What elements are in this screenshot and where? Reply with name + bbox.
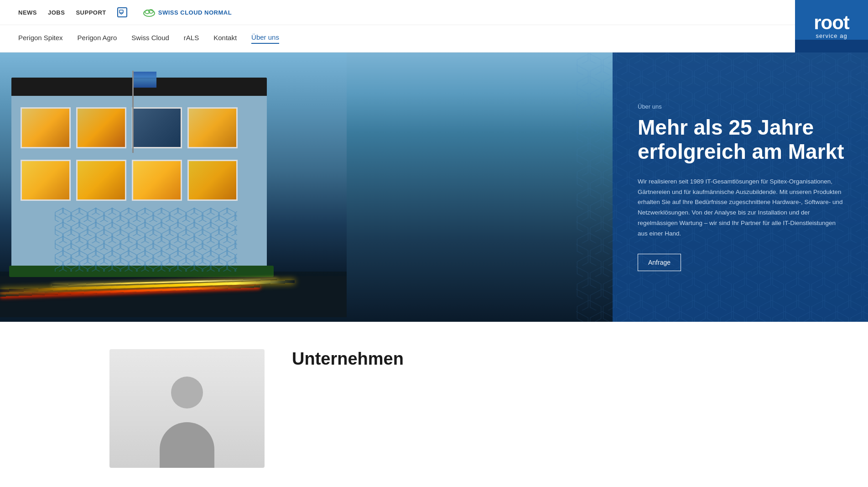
building-scene — [0, 52, 347, 317]
support-link[interactable]: SUPPORT — [76, 9, 106, 16]
person-image — [109, 349, 265, 468]
logo-bottom-strip — [795, 40, 868, 52]
top-bar: NEWS JOBS SUPPORT SWISS CLOUD NORMAL roo… — [0, 0, 868, 25]
news-link[interactable]: NEWS — [18, 9, 37, 16]
nav-perigon-agro[interactable]: Perigon Agro — [78, 34, 117, 43]
unternehmen-content: Unternehmen — [292, 349, 850, 378]
anfrage-button[interactable]: Anfrage — [638, 254, 681, 271]
svg-rect-0 — [120, 10, 123, 13]
nav-swiss-cloud[interactable]: Swiss Cloud — [131, 34, 169, 43]
unternehmen-title: Unternehmen — [292, 349, 850, 369]
info-card: Über uns Mehr als 25 Jahre erfolgreich a… — [613, 52, 868, 322]
nav-ueber-uns[interactable]: Über uns — [251, 33, 279, 44]
support-icon — [117, 7, 127, 17]
logo-root-text: root — [814, 13, 849, 32]
nav-kontakt[interactable]: Kontakt — [213, 34, 237, 43]
below-hero-section: Unternehmen — [0, 322, 868, 487]
cloud-icon — [143, 8, 156, 17]
card-content: Über uns Mehr als 25 Jahre erfolgreich a… — [638, 103, 845, 271]
jobs-link[interactable]: JOBS — [48, 9, 65, 16]
hero-section: Über uns Mehr als 25 Jahre erfolgreich a… — [0, 52, 868, 322]
person-body-shape — [160, 422, 214, 468]
nav-rals[interactable]: rALS — [184, 34, 199, 43]
main-navigation: Perigon Spitex Perigon Agro Swiss Cloud … — [0, 25, 868, 52]
card-subtitle: Über uns — [638, 103, 845, 110]
logo-service-text: service ag — [816, 32, 847, 39]
person-head-shape — [171, 377, 203, 408]
top-navigation: NEWS JOBS SUPPORT SWISS CLOUD NORMAL — [18, 7, 232, 17]
swiss-cloud-badge[interactable]: SWISS CLOUD NORMAL — [143, 8, 232, 17]
hex-deco-bottom-left — [55, 208, 237, 272]
card-body: Wir realisieren seit 1989 IT-Gesamtlösun… — [638, 177, 845, 240]
card-title: Mehr als 25 Jahre erfolgreich am Markt — [638, 115, 845, 164]
logo[interactable]: root service ag — [795, 0, 868, 52]
svg-rect-7 — [55, 208, 237, 272]
nav-perigon-spitex[interactable]: Perigon Spitex — [18, 34, 63, 43]
